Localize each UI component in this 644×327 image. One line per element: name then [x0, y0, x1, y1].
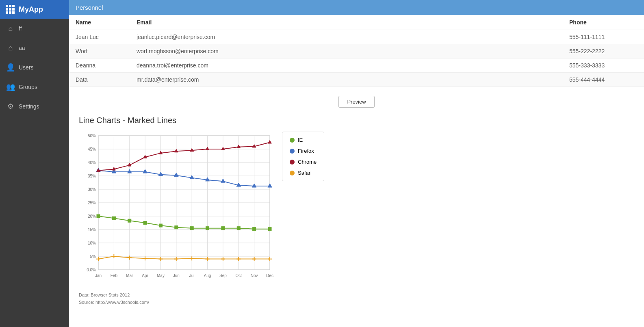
cell-email: jeanluc.picard@enterprise.com — [130, 30, 563, 44]
cell-name: Data — [69, 73, 130, 87]
svg-text:15%: 15% — [88, 227, 96, 232]
svg-text:25%: 25% — [88, 201, 96, 205]
svg-text:Sep: Sep — [219, 273, 227, 278]
svg-text:Jun: Jun — [173, 273, 180, 278]
legend-item: IE — [290, 137, 317, 143]
chart-container: 0.0%5%10%15%20%25%30%35%40%45%50%JanFebM… — [79, 132, 634, 305]
svg-text:35%: 35% — [88, 174, 96, 178]
cell-phone: 555-444-4444 — [563, 73, 644, 87]
legend-item: Firefox — [290, 148, 317, 154]
sidebar-item-users[interactable]: 👤 Users — [0, 58, 69, 77]
svg-marker-69 — [252, 184, 256, 187]
legend-label: Chrome — [298, 159, 317, 165]
sidebar-item-settings[interactable]: ⚙ Settings — [0, 97, 69, 116]
svg-rect-55 — [221, 227, 225, 230]
cell-name: Jean Luc — [69, 30, 130, 44]
svg-rect-52 — [175, 226, 178, 229]
svg-marker-67 — [221, 179, 225, 182]
personnel-header: Personnel — [69, 0, 644, 15]
sidebar-label-ff: ff — [19, 25, 22, 32]
col-phone: Phone — [563, 15, 644, 30]
user-icon: 👤 — [7, 63, 15, 71]
svg-text:Jul: Jul — [189, 273, 195, 278]
app-title: MyApp — [19, 5, 43, 14]
line-chart-svg: 0.0%5%10%15%20%25%30%35%40%45%50%JanFebM… — [79, 132, 274, 290]
personnel-table: Name Email Phone Jean Luc jeanluc.picard… — [69, 15, 644, 87]
legend-label: Safari — [298, 170, 312, 176]
sidebar: MyApp ⌂ ff ⌂ aa 👤 Users 👥 Groups ⚙ Setti… — [0, 0, 69, 327]
svg-text:Nov: Nov — [251, 273, 258, 278]
legend-item: Safari — [290, 170, 317, 176]
svg-text:Aug: Aug — [204, 273, 211, 278]
svg-text:Mar: Mar — [126, 273, 133, 278]
svg-text:50%: 50% — [88, 134, 96, 138]
svg-rect-47 — [97, 214, 100, 218]
chart-footnote-line2: Source: http://www.w3schools.com/ — [79, 300, 274, 305]
svg-rect-57 — [253, 227, 256, 231]
sidebar-label-settings: Settings — [19, 103, 39, 110]
table-row: Jean Luc jeanluc.picard@enterprise.com 5… — [69, 30, 644, 44]
cell-name: Deanna — [69, 58, 130, 73]
svg-marker-62 — [143, 169, 147, 173]
home-icon-ff: ⌂ — [7, 24, 15, 32]
table-row: Data mr.data@enterprise.com 555-444-4444 — [69, 73, 644, 87]
personnel-title: Personnel — [76, 4, 103, 11]
gear-icon: ⚙ — [7, 102, 15, 110]
main-content: Personnel Name Email Phone Jean Luc jean… — [69, 0, 644, 327]
legend-label: IE — [298, 137, 303, 143]
legend-dot — [290, 138, 295, 143]
sidebar-label-users: Users — [19, 64, 34, 71]
svg-text:45%: 45% — [88, 147, 96, 152]
sidebar-header: MyApp — [0, 0, 69, 19]
svg-rect-56 — [237, 227, 240, 230]
legend-item: Chrome — [290, 159, 317, 165]
col-name: Name — [69, 15, 130, 30]
col-email: Email — [130, 15, 563, 30]
chart-area: 0.0%5%10%15%20%25%30%35%40%45%50%JanFebM… — [79, 132, 274, 305]
svg-rect-49 — [128, 219, 131, 222]
svg-text:20%: 20% — [88, 214, 96, 219]
cell-phone: 555-111-1111 — [563, 30, 644, 44]
svg-marker-64 — [174, 173, 178, 177]
svg-rect-50 — [143, 221, 147, 225]
preview-button[interactable]: Preview — [338, 96, 374, 108]
cell-phone: 555-222-2222 — [563, 44, 644, 58]
svg-text:40%: 40% — [88, 160, 96, 165]
svg-text:May: May — [157, 273, 165, 278]
legend-dot — [290, 171, 295, 175]
cell-email: worf.moghsson@enterprise.com — [130, 44, 563, 58]
svg-text:Jan: Jan — [95, 273, 102, 278]
table-row: Deanna deanna.troi@enterprise.com 555-33… — [69, 58, 644, 73]
svg-rect-51 — [159, 224, 162, 227]
svg-text:Dec: Dec — [266, 273, 273, 278]
svg-text:Feb: Feb — [111, 273, 118, 278]
cell-email: deanna.troi@enterprise.com — [130, 58, 563, 73]
svg-marker-70 — [268, 184, 272, 187]
cell-name: Worf — [69, 44, 130, 58]
chart-section: Line Charts - Marked Lines 0.0%5%10%15%2… — [69, 108, 644, 314]
legend-dot — [290, 160, 295, 165]
svg-rect-58 — [268, 227, 271, 231]
sidebar-label-aa: aa — [19, 45, 25, 51]
chart-title: Line Charts - Marked Lines — [79, 116, 634, 125]
sidebar-label-groups: Groups — [19, 84, 37, 90]
sidebar-item-groups[interactable]: 👥 Groups — [0, 77, 69, 97]
cell-phone: 555-333-3333 — [563, 58, 644, 73]
svg-text:10%: 10% — [88, 241, 96, 245]
legend-dot — [290, 149, 295, 154]
table-row: Worf worf.moghsson@enterprise.com 555-22… — [69, 44, 644, 58]
svg-text:Apr: Apr — [142, 273, 148, 278]
svg-rect-54 — [206, 227, 209, 230]
cell-email: mr.data@enterprise.com — [130, 73, 563, 87]
grid-icon — [6, 5, 15, 14]
sidebar-item-aa[interactable]: ⌂ aa — [0, 38, 69, 58]
chart-footnote-line1: Data: Browser Stats 2012 — [79, 292, 274, 297]
sidebar-item-ff[interactable]: ⌂ ff — [0, 19, 69, 38]
legend-label: Firefox — [298, 148, 314, 154]
svg-rect-53 — [190, 227, 193, 230]
svg-marker-61 — [128, 169, 132, 173]
chart-legend: IE Firefox Chrome Safari — [282, 132, 324, 181]
home-icon-aa: ⌂ — [7, 44, 15, 52]
svg-text:0.0%: 0.0% — [87, 268, 96, 272]
svg-text:30%: 30% — [88, 187, 96, 192]
